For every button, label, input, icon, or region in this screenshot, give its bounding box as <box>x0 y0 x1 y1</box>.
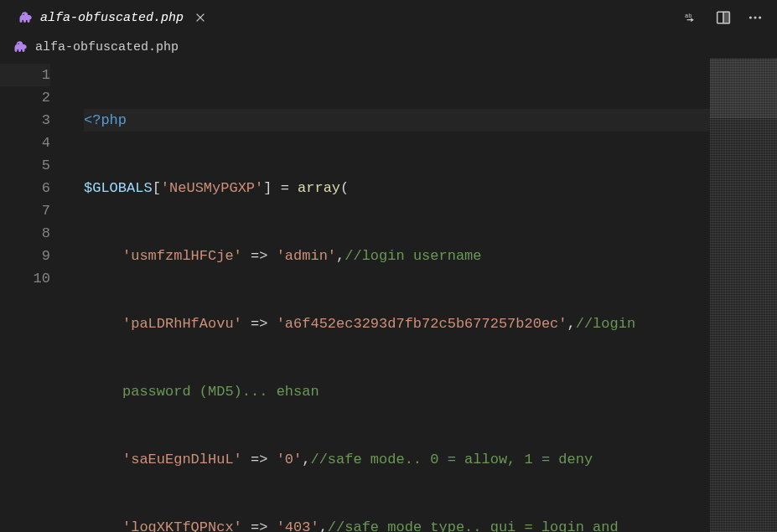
code-line: $GLOBALS['NeUSMyPGXP'] = array( <box>84 177 710 199</box>
elephant-icon <box>18 10 34 25</box>
editor: 1 2 3 4 5 6 7 8 9 10 <?php $GLOBALS['NeU… <box>0 59 777 532</box>
line-number: 8 <box>0 222 50 245</box>
line-number: 2 <box>0 86 50 109</box>
breadcrumb-filename: alfa-obfuscated.php <box>35 40 179 54</box>
compare-icon[interactable]: ab <box>683 9 700 26</box>
minimap-viewport[interactable] <box>710 59 777 117</box>
line-number: 5 <box>0 154 50 177</box>
svg-rect-3 <box>723 12 729 23</box>
elephant-icon <box>13 39 28 54</box>
more-icon[interactable] <box>747 9 764 26</box>
code-area[interactable]: <?php $GLOBALS['NeUSMyPGXP'] = array( 'u… <box>67 59 710 532</box>
code-line: <?php <box>84 109 710 132</box>
line-number: 6 <box>0 177 50 199</box>
svg-point-5 <box>754 16 756 18</box>
close-icon[interactable] <box>194 11 207 24</box>
code-line: 'saEuEgnDlHuL' => '0',//safe mode.. 0 = … <box>84 448 710 471</box>
code-line: 'paLDRhHfAovu' => 'a6f452ec3293d7fb72c5b… <box>84 312 710 335</box>
code-line: password (MD5)... ehsan <box>84 380 710 403</box>
line-number: 4 <box>0 132 50 154</box>
code-line: 'usmfzmlHFCje' => 'admin',//login userna… <box>84 245 710 267</box>
code-line: 'logXKTfQPNcx' => '403',//safe mode type… <box>84 516 710 532</box>
breadcrumb[interactable]: alfa-obfuscated.php <box>0 35 777 59</box>
tab-filename: alfa-obfuscated.php <box>40 11 184 25</box>
line-number: 10 <box>0 267 50 290</box>
svg-point-4 <box>749 16 752 18</box>
line-number: 3 <box>0 109 50 132</box>
editor-tab[interactable]: alfa-obfuscated.php <box>8 0 217 35</box>
titlebar: alfa-obfuscated.php ab <box>0 0 777 35</box>
tab-row: alfa-obfuscated.php <box>8 1 217 34</box>
line-number: 7 <box>0 199 50 222</box>
line-number: 9 <box>0 245 50 267</box>
line-number: 1 <box>0 64 50 86</box>
title-actions: ab <box>683 9 769 26</box>
line-number-gutter: 1 2 3 4 5 6 7 8 9 10 <box>0 59 67 532</box>
svg-point-6 <box>759 16 761 18</box>
minimap[interactable] <box>710 59 777 532</box>
split-editor-icon[interactable] <box>715 9 732 26</box>
minimap-content <box>710 59 777 532</box>
